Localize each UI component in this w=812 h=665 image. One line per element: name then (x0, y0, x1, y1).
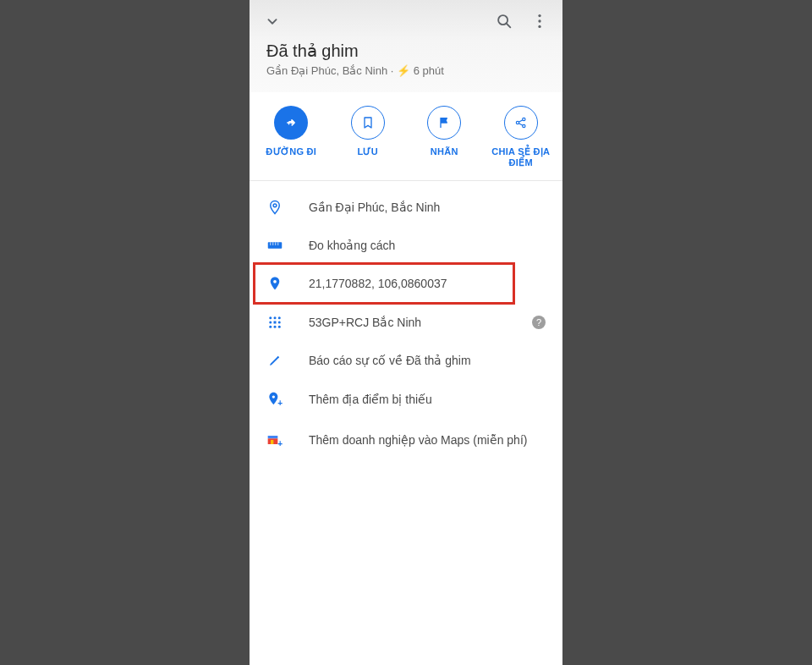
nearby-text: Gần Đại Phúc, Bắc Ninh (309, 201, 440, 214)
svg-rect-27 (274, 322, 277, 324)
more-vert-icon[interactable] (530, 12, 549, 34)
svg-line-11 (518, 124, 523, 126)
svg-point-3 (538, 19, 540, 22)
bookmark-icon (351, 106, 385, 140)
place-details-panel: Đã thả ghim Gần Đại Phúc, Bắc Ninh · ⚡ 6… (250, 0, 562, 665)
pluscode-icon (266, 315, 283, 330)
addbusiness-text: Thêm doanh nghiệp vào Maps (miễn phí) (309, 433, 527, 447)
directions-icon (274, 106, 308, 140)
svg-text:+: + (277, 399, 283, 409)
share-label: CHIA SẺ ĐỊA ĐIỂM (483, 146, 560, 168)
share-icon (504, 106, 538, 140)
store-add-icon: + (266, 431, 283, 448)
svg-point-18 (273, 280, 277, 283)
addplace-text: Thêm địa điểm bị thiếu (309, 393, 432, 406)
svg-point-22 (269, 322, 272, 324)
search-icon[interactable] (495, 12, 513, 34)
svg-rect-32 (271, 440, 273, 444)
svg-point-12 (273, 204, 277, 207)
addplace-item[interactable]: + Thêm địa điểm bị thiếu (250, 379, 562, 420)
save-label: LƯU (357, 146, 378, 157)
place-title: Đã thả ghim (266, 41, 546, 61)
place-subtitle: Gần Đại Phúc, Bắc Ninh · ⚡ 6 phút (266, 64, 546, 77)
place-header: Đã thả ghim Gần Đại Phúc, Bắc Ninh · ⚡ 6… (250, 41, 562, 92)
svg-point-26 (278, 326, 281, 328)
share-button[interactable]: CHIA SẺ ĐỊA ĐIỂM (483, 106, 560, 168)
collapse-chevron-icon[interactable] (263, 12, 282, 34)
svg-point-4 (538, 25, 540, 28)
svg-point-19 (269, 317, 272, 320)
report-text: Báo cáo sự cố về Đã thả ghim (309, 354, 471, 367)
directions-button[interactable]: ĐƯỜNG ĐI (253, 106, 330, 168)
addbusiness-item[interactable]: + Thêm doanh nghiệp vào Maps (miễn phí) (250, 420, 562, 460)
directions-label: ĐƯỜNG ĐI (266, 146, 316, 157)
coordinates-text: 21,1770882, 106,0860037 (309, 277, 447, 290)
svg-point-21 (278, 317, 281, 320)
pencil-icon (266, 354, 283, 367)
label-button[interactable]: NHÃN (406, 106, 483, 168)
pin-filled-icon (266, 276, 283, 291)
svg-rect-30 (268, 436, 278, 438)
top-bar (250, 0, 562, 41)
svg-rect-13 (268, 243, 283, 250)
help-icon[interactable]: ? (532, 316, 546, 329)
svg-text:+: + (277, 440, 283, 449)
measure-item[interactable]: Đo khoảng cách (250, 227, 562, 264)
svg-point-2 (538, 14, 540, 17)
pin-add-icon: + (266, 391, 283, 408)
details-list: Gần Đại Phúc, Bắc Ninh Đo khoảng cách 21… (250, 181, 562, 467)
svg-point-24 (269, 326, 272, 328)
svg-point-28 (272, 396, 275, 398)
coordinates-item[interactable]: 21,1770882, 106,0860037 (250, 264, 562, 303)
actions-row: ĐƯỜNG ĐI LƯU NHÃN CHIA SẺ ĐỊA ĐIỂM (250, 92, 562, 181)
nearby-item[interactable]: Gần Đại Phúc, Bắc Ninh (250, 188, 562, 227)
svg-point-20 (274, 317, 277, 320)
svg-line-10 (518, 120, 523, 123)
ruler-icon (266, 241, 283, 250)
measure-text: Đo khoảng cách (309, 239, 395, 252)
svg-line-1 (507, 24, 511, 28)
svg-point-25 (274, 326, 277, 328)
report-item[interactable]: Báo cáo sự cố về Đã thả ghim (250, 342, 562, 379)
pluscode-text: 53GP+RCJ Bắc Ninh (309, 316, 421, 329)
flag-icon (427, 106, 461, 140)
label-label: NHÃN (431, 146, 458, 157)
pluscode-item[interactable]: 53GP+RCJ Bắc Ninh ? (250, 303, 562, 342)
svg-point-23 (278, 322, 281, 324)
pin-outline-icon (266, 200, 283, 215)
save-button[interactable]: LƯU (330, 106, 407, 168)
